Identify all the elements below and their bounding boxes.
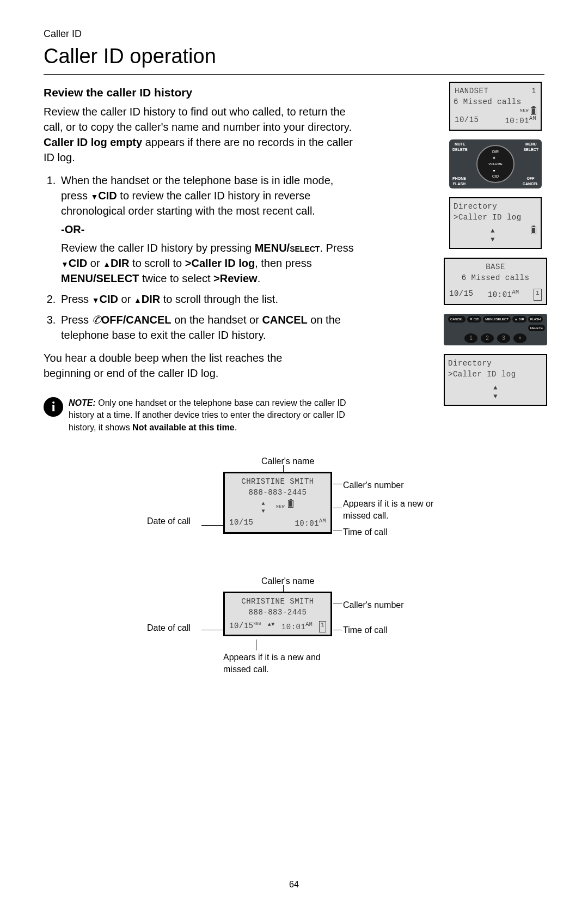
lcd3-l1: BASE (448, 262, 543, 273)
step1b-menu: MENU/ (255, 242, 290, 254)
lcd-handset-menu: Directory >Caller ID log ▲▼ (449, 197, 542, 249)
intro-paragraph: Review the caller ID history to find out… (44, 104, 354, 165)
step2-b: or (118, 293, 134, 305)
lcd1-new: NEW (520, 107, 529, 115)
step2-cid: CID (100, 293, 118, 305)
note-text: NOTE: Only one handset or the telephone … (69, 397, 370, 434)
diagram-lcd-1: CHRISTINE SMITH 888-883-2445 ▲▼ NEW 10/1… (223, 472, 332, 534)
label-new-missed-2: Appears if it is a new and missed call. (223, 652, 343, 676)
battery-icon (288, 500, 293, 508)
step1b-c: or (87, 257, 103, 269)
key-off-cancel: OFFCANCEL (523, 176, 538, 187)
lcd2-l2: >Caller ID log (454, 212, 537, 223)
main-content: Review the caller ID history Review the … (44, 84, 354, 434)
dlcd-name: CHRISTINE SMITH (227, 477, 328, 488)
dlcd2-number: 888-883-2445 (227, 607, 328, 618)
step1b-ms: MENU/SELECT (61, 272, 139, 284)
step2-dir: DIR (142, 293, 160, 305)
dlcd-ampm: AM (319, 518, 326, 524)
up-arrow-icon (103, 257, 111, 269)
dlcd-new: NEW (276, 504, 285, 509)
step2-a: Press (61, 293, 92, 305)
lcd1-ampm: AM (529, 115, 536, 121)
label-time: Time of call (343, 526, 387, 538)
key-phone-flash: PHONEFLASH (452, 176, 466, 187)
base-btn-dir: ▲ DIR (512, 316, 526, 322)
base-btn-cancel: CANCEL (448, 316, 465, 322)
step3-cancel: CANCEL (262, 314, 307, 326)
section-heading: Review the caller ID history (44, 84, 354, 100)
diagram-lcd-2: CHRISTINE SMITH 888-883-2445 10/15NEW ▲▼… (223, 592, 332, 636)
handset-keypad: MUTEDELETE MENUSELECT PHONEFLASH OFFCANC… (449, 139, 542, 188)
info-icon: i (44, 397, 63, 417)
steps-list: When the handset or the telephone base i… (44, 173, 354, 343)
step-3: Press ✆OFF/CANCEL on the handset or CANC… (59, 312, 354, 343)
lcd-base-idle: BASE 6 Missed calls 10/1510:01AM1 (444, 258, 547, 305)
lcd2-l1: Directory (454, 202, 537, 212)
scroll-arrows-icon: ▲▼ (262, 500, 266, 515)
step1b-e: , then press (255, 257, 312, 269)
base-btn-menuselect: MENU/SELECT (483, 316, 511, 322)
dlcd2-new: NEW (254, 622, 261, 626)
key-menu-select: MENUSELECT (523, 142, 538, 153)
lcd3-l2: 6 Missed calls (448, 273, 543, 284)
keypad-x: × (513, 333, 526, 343)
step1b-cidlog: >Caller ID log (185, 257, 255, 269)
step1b-f: twice to select (139, 272, 213, 284)
step1b-d: to scroll to (130, 257, 185, 269)
running-header: Caller ID (44, 27, 544, 41)
scroll-arrows-icon: ▲▼ (448, 384, 543, 402)
key-volume: VOLUME (488, 162, 502, 166)
page-title: Caller ID operation (44, 42, 544, 75)
closing-paragraph: You hear a double beep when the list rea… (44, 350, 321, 381)
base-btn-flash: FLASH (528, 316, 543, 322)
diagram-handset-callerid: Caller's name Caller's number Appears if… (103, 455, 485, 553)
step1b-rev: >Review (213, 272, 258, 284)
down-arrow-icon (90, 190, 98, 202)
step1b-b: . Press (320, 242, 353, 254)
down-arrow-icon (92, 293, 100, 305)
dlcd-number: 888-883-2445 (227, 488, 328, 498)
note-block: i NOTE: Only one handset or the telephon… (44, 397, 370, 434)
lcd3-time: 10:01 (488, 290, 512, 299)
base-button-bar: CANCEL ▼ CID MENU/SELECT ▲ DIR FLASH DEL… (444, 314, 547, 346)
scroll-arrows-icon: ▲▼ (268, 621, 275, 632)
phone-off-icon: ✆ (92, 314, 101, 326)
step1b-cid: CID (69, 257, 87, 269)
label-date-2: Date of call (147, 622, 191, 634)
lcd1-missed: 6 Missed calls (454, 97, 537, 108)
step1b-a: Review the caller ID history by pressing (61, 242, 255, 254)
step1-cid: CID (98, 190, 117, 202)
keypad-3: 3 (497, 333, 510, 343)
lcd-handset-idle: HANDSET1 6 Missed calls NEW 10/1510:01AM (449, 82, 542, 131)
dlcd2-time: 10:01 (281, 623, 306, 631)
lcd-base-menu: Directory >Caller ID log ▲▼ (444, 354, 547, 406)
diagram-base-callerid: Caller's name Caller's number Time of ca… (103, 575, 485, 684)
step2-c: to scroll through the list. (160, 293, 278, 305)
lcd1-time: 10:01 (505, 117, 529, 125)
note-c: . (235, 423, 237, 432)
step3-a: Press (61, 314, 92, 326)
up-arrow-icon (134, 293, 142, 305)
lcd1-num: 1 (531, 86, 536, 97)
label-time-2: Time of call (343, 624, 387, 636)
dlcd-time: 10:01 (295, 519, 319, 528)
lcd3-date: 10/15 (449, 289, 474, 300)
intro-text-a: Review the caller ID history to find out… (44, 106, 352, 133)
label-caller-name: Caller's name (261, 455, 314, 467)
lcd4-l2: >Caller ID log (448, 369, 543, 380)
step1b-select: select (290, 242, 320, 254)
label-caller-number-2: Caller's number (343, 599, 404, 611)
label-date: Date of call (147, 515, 191, 527)
note-b: Not available at this time (132, 423, 235, 432)
nav-ring: DIR▲ VOLUME ▼CID (476, 145, 514, 183)
step-1: When the handset or the telephone base i… (59, 173, 354, 286)
lcd1-date: 10/15 (455, 115, 479, 126)
battery-icon (531, 107, 536, 115)
or-divider: -OR- (61, 222, 354, 237)
right-illustrations: HANDSET1 6 Missed calls NEW 10/1510:01AM… (446, 82, 544, 406)
base-btn-cid: ▼ CID (467, 316, 481, 322)
key-cid: ▼CID (492, 168, 499, 179)
callout-diagrams: Caller's name Caller's number Appears if… (44, 455, 544, 684)
label-new-missed: Appears if it is a new or missed call. (343, 498, 452, 522)
